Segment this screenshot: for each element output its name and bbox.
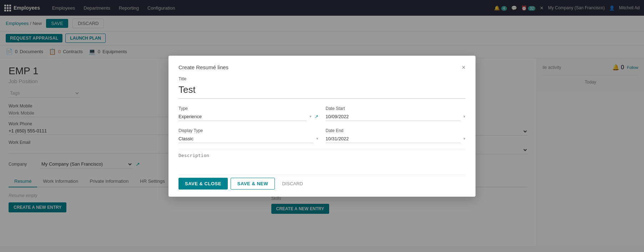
- create-resume-modal: Create Resumé lines × Title Type Experie…: [168, 56, 476, 197]
- modal-overlay[interactable]: Create Resumé lines × Title Type Experie…: [0, 0, 644, 252]
- modal-fields-grid: Type Experience Education Training ↗ Dat…: [178, 106, 466, 143]
- modal-type-select[interactable]: Experience Education Training: [178, 112, 307, 121]
- modal-display-type-select[interactable]: Classic Standard: [178, 135, 313, 143]
- modal-date-start-row: [326, 112, 466, 121]
- save-new-button[interactable]: SAVE & NEW: [231, 178, 275, 190]
- modal-display-type-label: Display Type: [178, 128, 318, 133]
- type-external-link-icon[interactable]: ↗: [315, 114, 318, 119]
- modal-header: Create Resumé lines ×: [178, 64, 466, 71]
- modal-date-end-row: [326, 135, 466, 143]
- modal-date-end-label: Date End: [326, 128, 466, 133]
- display-type-chevron-icon: [316, 136, 318, 141]
- modal-title-field-group: Title: [178, 76, 466, 106]
- modal-date-start-input[interactable]: [326, 112, 461, 121]
- modal-display-type-field: Display Type Classic Standard: [178, 128, 318, 143]
- modal-type-label: Type: [178, 106, 318, 111]
- save-close-button[interactable]: SAVE & CLOSE: [178, 178, 228, 190]
- modal-close-button[interactable]: ×: [462, 64, 466, 71]
- modal-footer: SAVE & CLOSE SAVE & NEW DISCARD: [178, 175, 466, 190]
- date-start-chevron-icon: [463, 114, 466, 119]
- modal-title-input[interactable]: [178, 83, 466, 99]
- modal-display-type-row: Classic Standard: [178, 135, 318, 143]
- modal-date-end-field: Date End: [326, 128, 466, 143]
- date-end-chevron-icon: [463, 136, 466, 141]
- modal-discard-button[interactable]: DISCARD: [278, 178, 307, 190]
- modal-title-label: Title: [178, 76, 466, 81]
- modal-type-field: Type Experience Education Training ↗: [178, 106, 318, 121]
- modal-date-start-label: Date Start: [326, 106, 466, 111]
- modal-title: Create Resumé lines: [178, 64, 228, 70]
- modal-type-row: Experience Education Training ↗: [178, 112, 318, 121]
- modal-description-textarea[interactable]: [178, 149, 466, 170]
- type-chevron-icon: [310, 114, 312, 119]
- modal-date-end-input[interactable]: [326, 135, 461, 143]
- modal-date-start-field: Date Start: [326, 106, 466, 121]
